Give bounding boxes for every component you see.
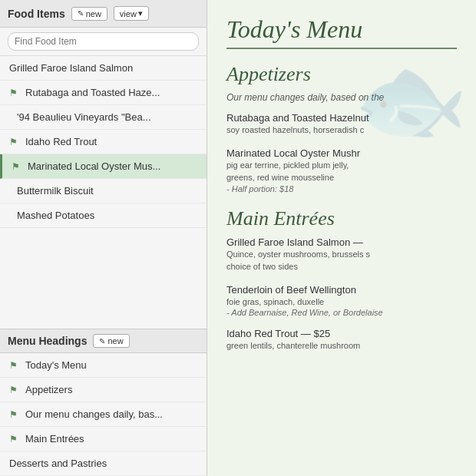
menu-heading-todays-menu[interactable]: ⚑Today's Menu	[0, 353, 207, 378]
menu-item: Idaho Red Trout — $25green lentils, chan…	[226, 328, 457, 352]
menu-item-desc: Quince, oyster mushrooms, brussels s	[226, 248, 457, 261]
menu-heading-our-menu[interactable]: ⚑Our menu changes daily, bas...	[0, 402, 207, 427]
food-item-label: Grilled Faroe Island Salmon	[9, 62, 133, 74]
menu-title: Today's Menu	[226, 15, 457, 49]
food-item-beaulieu[interactable]: '94 Beaulieu Vineyards "Bea...	[0, 105, 207, 130]
menu-item-desc: pig ear terrine, pickled plum jelly,	[226, 159, 457, 172]
food-item-label: '94 Beaulieu Vineyards "Bea...	[17, 111, 151, 123]
menu-heading-appetizers[interactable]: ⚑Appetizers	[0, 378, 207, 402]
menu-item-desc: green lentils, chanterelle mushroom	[226, 339, 457, 352]
food-item-label: Marinated Local Oyster Mus...	[28, 160, 160, 172]
menu-item-name: Rutabaga and Toasted Hazelnut	[226, 112, 457, 124]
menu-item: Marinated Local Oyster Mushrpig ear terr…	[226, 147, 457, 193]
menu-item-sub: - Add Bearnaise, Red Wine, or Bordelaise	[226, 308, 457, 317]
menu-headings-new-button[interactable]: ✎ new	[93, 334, 129, 348]
menu-item: Grilled Faroe Island Salmon —Quince, oys…	[226, 236, 457, 273]
left-panel: Food Items ✎ new view ▾ Grilled Faroe Is…	[0, 0, 207, 476]
food-items-header: Food Items ✎ new view ▾	[0, 0, 207, 28]
food-item-oyster[interactable]: ⚑Marinated Local Oyster Mus...	[0, 154, 207, 179]
food-item-grilled-faroe[interactable]: Grilled Faroe Island Salmon	[0, 56, 207, 81]
menu-headings-list: ⚑Today's Menu⚑Appetizers⚑Our menu change…	[0, 353, 207, 476]
food-item-label: Idaho Red Trout	[25, 136, 97, 147]
search-box	[0, 28, 207, 56]
heading-icon: ⚑	[9, 409, 21, 420]
search-input[interactable]	[8, 32, 199, 51]
right-panel: 🐟 Today's Menu AppetizersOur menu change…	[207, 0, 476, 476]
menu-item-desc: foie gras, spinach, duxelle	[226, 296, 457, 309]
menu-heading-desserts[interactable]: Desserts and Pastries	[0, 451, 207, 476]
menu-content: AppetizersOur menu changes daily, based …	[226, 63, 457, 352]
heading-icon: ⚑	[9, 385, 21, 395]
edit-icon-2: ✎	[99, 337, 105, 345]
food-icon: ⚑	[12, 161, 24, 172]
menu-item: Tenderloin of Beef Wellingtonfoie gras, …	[226, 284, 457, 318]
heading-icon: ⚑	[9, 360, 21, 371]
heading-icon: ⚑	[9, 434, 21, 445]
food-items-title: Food Items	[8, 8, 65, 20]
food-item-idaho-trout[interactable]: ⚑Idaho Red Trout	[0, 130, 207, 154]
food-items-view-button[interactable]: view ▾	[114, 6, 149, 21]
food-icon: ⚑	[9, 137, 21, 147]
menu-item: Rutabaga and Toasted Hazelnutsoy roasted…	[226, 112, 457, 137]
section-intro: Our menu changes daily, based on the	[226, 92, 457, 103]
section-heading-appetizers: Appetizers	[226, 63, 457, 86]
menu-item-sub: - Half portion: $18	[226, 184, 457, 193]
menu-heading-label: Desserts and Pastries	[9, 458, 107, 469]
menu-item-name: Tenderloin of Beef Wellington	[226, 284, 457, 296]
food-item-label: Mashed Potatoes	[17, 210, 94, 221]
food-items-list: Grilled Faroe Island Salmon⚑Rutabaga and…	[0, 56, 207, 329]
food-item-label: Rutabaga and Toasted Haze...	[25, 87, 160, 98]
food-item-buttermilk[interactable]: Buttermilk Biscuit	[0, 179, 207, 203]
food-item-rutabaga[interactable]: ⚑Rutabaga and Toasted Haze...	[0, 81, 207, 105]
menu-item-name: Grilled Faroe Island Salmon —	[226, 236, 457, 248]
menu-headings-section-header: Menu Headings ✎ new	[0, 329, 207, 353]
menu-item-name: Idaho Red Trout — $25	[226, 328, 457, 339]
food-items-new-button[interactable]: ✎ new	[71, 7, 107, 21]
food-item-label: Buttermilk Biscuit	[17, 185, 94, 197]
menu-heading-label: Our menu changes daily, bas...	[25, 408, 163, 420]
section-heading-main-entrees: Main Entrées	[226, 207, 457, 230]
menu-item-name: Marinated Local Oyster Mushr	[226, 147, 457, 159]
food-item-mashed[interactable]: Mashed Potatoes	[0, 203, 207, 228]
menu-heading-main-entrees[interactable]: ⚑Main Entrées	[0, 427, 207, 451]
menu-headings-title: Menu Headings	[8, 335, 87, 347]
menu-item-desc2: choice of two sides	[226, 260, 457, 273]
chevron-down-icon: ▾	[138, 8, 143, 18]
menu-heading-label: Main Entrées	[25, 433, 84, 445]
menu-item-desc: soy roasted hazelnuts, horseradish c	[226, 124, 457, 137]
menu-heading-label: Today's Menu	[25, 359, 87, 371]
edit-icon: ✎	[78, 9, 84, 18]
food-icon: ⚑	[9, 88, 21, 98]
menu-item-desc2: greens, red wine mousseline	[226, 171, 457, 184]
menu-heading-label: Appetizers	[25, 384, 72, 395]
